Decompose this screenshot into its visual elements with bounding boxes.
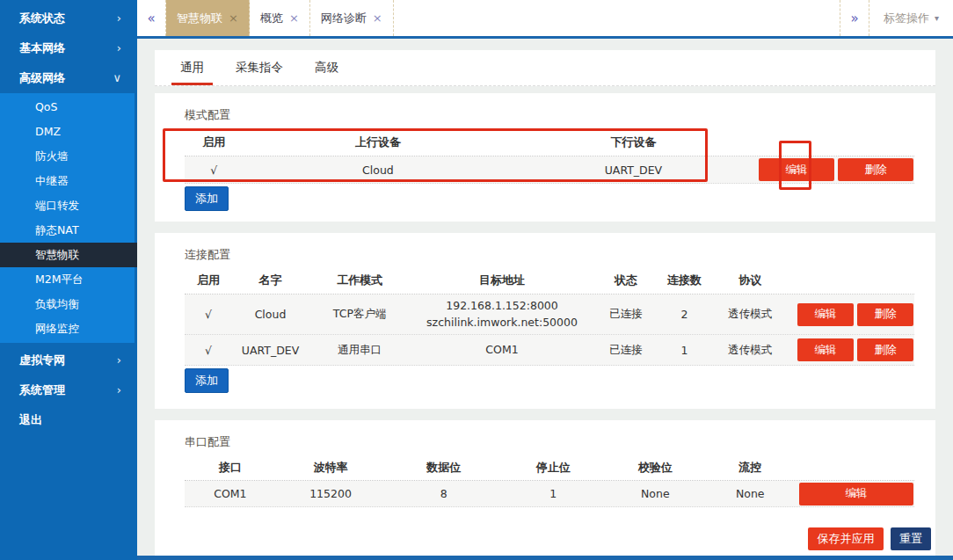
status-cell: 已连接 [593,307,659,322]
column-header: 启用 [185,273,232,288]
column-header: 名字 [232,273,309,288]
tab-collect-commands[interactable]: 采集指令 [231,50,287,85]
delete-button[interactable]: 删除 [838,158,913,181]
connection-config-section: 连接配置 启用 名字 工作模式 目标地址 状态 连接数 协议 √ Cloud T… [155,233,935,409]
sidebar-item-label: 系统状态 [19,4,65,33]
sidebar-item-label: 高级网络 [19,63,65,93]
section-title: 串口配置 [185,434,230,450]
row-actions: 编辑 [794,483,914,505]
sidebar-item-m2m-platform[interactable]: M2M平台 [0,267,135,292]
column-header: 启用 [185,135,243,150]
sidebar-item-label: 系统管理 [19,375,65,405]
tab-advanced[interactable]: 高级 [310,50,343,85]
bottom-border-bar [137,556,953,560]
tab-network-diagnosis[interactable]: 网络诊断 × [310,0,394,36]
sidebar-item-static-nat[interactable]: 静态NAT [0,218,135,243]
tab-label: 网络诊断 [321,11,367,26]
sidebar-item-basic-network[interactable]: 基本网络 › [0,33,137,63]
tab-smart-iot[interactable]: 智慧物联 × [166,0,250,36]
work-mode-cell: 通用串口 [309,343,411,358]
sidebar-item-advanced-network[interactable]: 高级网络 ∨ [0,63,137,93]
edit-button[interactable]: 编辑 [797,303,854,326]
downlink-device-cell: UART_DEV [513,164,753,177]
sidebar-item-smart-iot[interactable]: 智慧物联 [0,243,137,267]
column-header: 流控 [706,460,794,476]
table-header-row: 接口 波特率 数据位 停止位 校验位 流控 [185,455,914,481]
delete-button[interactable]: 删除 [857,338,913,361]
serial-config-table: 接口 波特率 数据位 停止位 校验位 流控 COM1 115200 8 1 No… [185,455,914,507]
target-address-line2: szchilink.imwork.net:50000 [411,315,593,331]
column-header: 接口 [185,460,276,476]
data-bits-cell: 8 [385,487,502,500]
column-header: 校验位 [604,460,706,476]
add-button[interactable]: 添加 [185,186,229,211]
chevron-right-icon: › [117,4,121,33]
enabled-check: √ [185,164,243,177]
sidebar: 系统状态 › 基本网络 › 高级网络 ∨ QoS DMZ 防火墙 中继器 端口转… [0,0,137,560]
tab-label: 概览 [260,11,283,26]
sidebar-item-label: 基本网络 [19,33,65,63]
close-icon[interactable]: × [373,11,382,25]
column-header: 工作模式 [309,273,411,288]
close-icon[interactable]: × [289,11,299,25]
enabled-check: √ [185,344,232,357]
add-button[interactable]: 添加 [185,368,229,393]
chevron-right-icon: › [117,375,121,405]
tab-label: 智慧物联 [177,11,222,26]
table-row: COM1 115200 8 1 None None 编辑 [185,481,914,507]
tab-overview[interactable]: 概览 × [250,0,310,36]
sidebar-submenu-advanced-network: QoS DMZ 防火墙 中继器 端口转发 静态NAT 智慧物联 M2M平台 负载… [0,93,135,343]
sidebar-item-dmz[interactable]: DMZ [0,120,135,144]
sidebar-item-qos[interactable]: QoS [0,95,135,120]
enabled-check: √ [185,308,232,321]
column-header: 目标地址 [411,273,593,288]
scroll-tabs-right-button[interactable]: » [840,0,869,36]
chevron-down-icon: ∨ [113,63,121,93]
table-row: √ UART_DEV 通用串口 COM1 已连接 1 透传模式 编辑 删除 [185,335,914,366]
uplink-device-cell: Cloud [243,164,513,177]
edit-button[interactable]: 编辑 [797,338,854,361]
table-header-row: 启用 名字 工作模式 目标地址 状态 连接数 协议 [185,267,914,295]
section-title: 模式配置 [185,107,230,123]
scroll-tabs-left-button[interactable]: « [137,0,166,36]
stop-bits-cell: 1 [502,487,604,500]
tab-operations-dropdown[interactable]: 标签操作 ▾ [869,0,953,36]
tab-operations-label: 标签操作 [884,11,929,26]
table-row: √ Cloud TCP客户端 192.168.1.152:8000 szchil… [185,295,914,335]
column-header: 协议 [710,273,790,288]
column-header: 下行设备 [513,135,753,150]
baud-rate-cell: 115200 [276,487,386,500]
sidebar-item-network-monitoring[interactable]: 网络监控 [0,316,135,341]
sidebar-item-system-status[interactable]: 系统状态 › [0,4,137,33]
save-and-apply-button[interactable]: 保存并应用 [808,527,884,550]
sidebar-item-vpn[interactable]: 虚拟专网 › [0,345,137,375]
reset-button[interactable]: 重置 [891,527,931,550]
row-actions: 编辑 删除 [790,303,914,326]
sidebar-item-logout[interactable]: 退出 [0,405,137,435]
sidebar-item-repeater[interactable]: 中继器 [0,169,135,193]
mode-config-section: 模式配置 启用 上行设备 下行设备 √ Cloud UART_DEV 编辑 删除 [155,93,935,222]
tab-general[interactable]: 通用 [176,50,208,85]
flow-control-cell: None [706,487,794,500]
sidebar-item-label: 虚拟专网 [19,345,65,375]
delete-button[interactable]: 删除 [857,303,913,326]
row-actions: 编辑 删除 [753,158,914,181]
tabbar-spacer [394,0,840,36]
main-area: « 智慧物联 × 概览 × 网络诊断 × » 标签操作 ▾ 通用 采集指令 [137,0,953,560]
sidebar-item-port-forwarding[interactable]: 端口转发 [0,193,135,218]
close-icon[interactable]: × [229,11,238,25]
name-cell: UART_DEV [232,344,309,357]
content-tab-bar: 通用 采集指令 高级 [155,50,935,86]
table-row: √ Cloud UART_DEV 编辑 删除 [185,156,914,184]
protocol-cell: 透传模式 [710,343,790,358]
caret-down-icon: ▾ [935,13,939,23]
edit-button[interactable]: 编辑 [759,158,834,181]
sidebar-item-firewall[interactable]: 防火墙 [0,144,135,169]
sidebar-item-load-balancing[interactable]: 负载均衡 [0,292,135,316]
section-title: 连接配置 [185,247,230,263]
table-header-row: 启用 上行设备 下行设备 [185,129,914,156]
mode-config-table: 启用 上行设备 下行设备 √ Cloud UART_DEV 编辑 删除 [185,129,914,184]
sidebar-item-system-management[interactable]: 系统管理 › [0,375,137,405]
row-actions: 编辑 删除 [790,338,914,361]
edit-button[interactable]: 编辑 [799,483,913,505]
